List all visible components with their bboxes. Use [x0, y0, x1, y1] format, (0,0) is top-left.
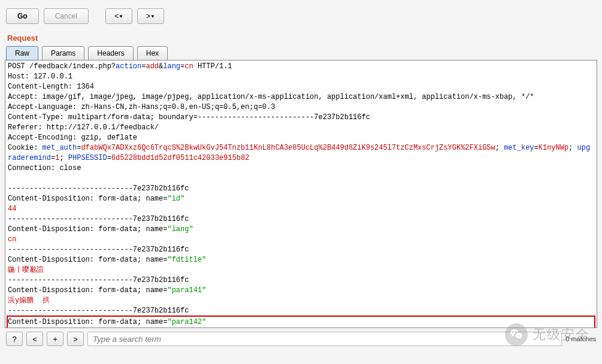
tab-params[interactable]: Params	[42, 46, 84, 60]
search-next-button[interactable]: >	[67, 332, 84, 346]
cancel-button[interactable]: Cancel	[44, 8, 89, 24]
search-input[interactable]	[87, 332, 562, 346]
search-add-button[interactable]: +	[47, 332, 63, 346]
tab-raw[interactable]: Raw	[6, 46, 38, 60]
tabs-row: Raw Params Headers Hex	[0, 46, 602, 60]
main-toolbar: Go Cancel < ▼ > ▼	[0, 0, 602, 30]
search-bar: ? < + > 0 matches	[0, 328, 602, 350]
section-title: Request	[0, 30, 602, 46]
prev-button[interactable]: < ▼	[105, 8, 132, 24]
request-raw-content[interactable]: POST /feedback/index.php?action=add&lang…	[5, 60, 597, 328]
tab-hex[interactable]: Hex	[137, 46, 168, 60]
matches-count: 0 matches	[565, 335, 596, 342]
next-button[interactable]: > ▼	[137, 8, 164, 24]
tab-headers[interactable]: Headers	[88, 46, 133, 60]
xss-highlight-box: Content-Disposition: form-data; name="pa…	[8, 317, 594, 328]
search-prev-button[interactable]: <	[26, 332, 43, 346]
go-button[interactable]: Go	[6, 8, 39, 24]
help-button[interactable]: ?	[6, 332, 23, 346]
